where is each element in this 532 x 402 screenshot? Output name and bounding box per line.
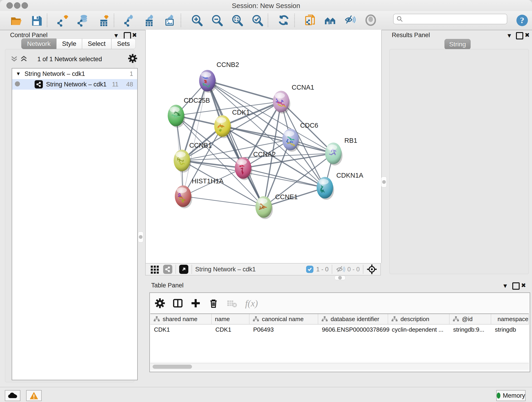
open-file-button[interactable] xyxy=(9,13,23,27)
column-header-canonical-name[interactable]: canonical name xyxy=(249,314,318,324)
node-HIST1H1A[interactable]: HIST1H1A xyxy=(175,177,224,208)
column-network-icon xyxy=(153,316,160,322)
results-panel-close-icon[interactable]: ✖ xyxy=(525,32,530,38)
zoom-selected-button[interactable] xyxy=(250,13,264,27)
table-cell[interactable]: stringdb:9... xyxy=(450,325,491,335)
table-cell[interactable]: 9606.ENSP00000378699 xyxy=(318,325,388,335)
show-all-panels-button[interactable] xyxy=(323,13,338,27)
update-network-button[interactable] xyxy=(277,13,291,27)
results-panel-menu-icon[interactable]: ▼ xyxy=(506,32,512,38)
birdseye-toggle-icon[interactable] xyxy=(367,264,377,274)
open-in-new-window-icon[interactable] xyxy=(179,265,188,274)
edge-CCNB2-CCNE1[interactable] xyxy=(207,81,264,207)
control-panel-close-icon[interactable]: ✖ xyxy=(132,32,137,38)
zoom-out-button[interactable] xyxy=(210,13,224,27)
node-CDKN1A[interactable]: CDKN1A xyxy=(317,172,363,200)
network-tree-child-row[interactable]: String Network – cdk1 11 48 xyxy=(12,79,137,89)
show-columns-icon[interactable] xyxy=(173,298,183,308)
toggle-birdseye-button[interactable] xyxy=(364,13,378,27)
node-table[interactable]: shared namenamecanonical namedatabase id… xyxy=(150,313,529,362)
toolbar-divider xyxy=(114,14,114,27)
export-image-button[interactable] xyxy=(163,13,177,27)
column-header-description[interactable]: description xyxy=(388,314,450,324)
results-panel-float-icon[interactable] xyxy=(516,32,523,39)
splitter-handle-dot[interactable] xyxy=(139,235,143,239)
cloud-status-button[interactable] xyxy=(5,390,20,401)
collection-count: 1 xyxy=(130,70,133,77)
zoom-in-icon xyxy=(191,14,203,27)
import-network-file-icon xyxy=(57,14,69,27)
left-splitter[interactable] xyxy=(138,30,144,384)
grid-view-icon[interactable] xyxy=(150,265,159,274)
table-hscrollbar[interactable] xyxy=(150,363,529,370)
zoom-selected-icon xyxy=(251,14,264,27)
export-network-button[interactable] xyxy=(123,13,137,27)
node-label-CDKN1A: CDKN1A xyxy=(336,172,363,179)
import-network-database-button[interactable] xyxy=(76,13,90,27)
tab-sets[interactable]: Sets xyxy=(111,38,136,49)
import-network-database-icon xyxy=(77,14,89,27)
column-header-database-identifier[interactable]: database identifier xyxy=(318,314,388,324)
node-label-CDC25B: CDC25B xyxy=(184,97,210,104)
table-cell[interactable]: cyclin-dependent ... xyxy=(388,325,450,335)
table-row[interactable]: CDK1CDK1P064939606.ENSP00000378699cyclin… xyxy=(150,325,529,335)
memory-button[interactable]: Memory xyxy=(496,390,526,401)
table-cell[interactable]: P06493 xyxy=(249,325,318,335)
selected-checkbox-icon[interactable] xyxy=(306,266,313,273)
export-table-icon xyxy=(144,14,156,27)
right-splitter[interactable] xyxy=(381,30,387,275)
table-panel-menu-icon[interactable]: ▼ xyxy=(502,283,508,289)
table-options-gear-icon[interactable] xyxy=(155,298,165,308)
import-table-file-button[interactable] xyxy=(96,13,110,27)
control-panel-menu-icon[interactable]: ▼ xyxy=(113,32,119,38)
zoom-fit-button[interactable] xyxy=(230,13,244,27)
node-CCNB1[interactable]: CCNB1 xyxy=(174,142,212,172)
edge-CCNB1-CCNA2[interactable] xyxy=(182,160,243,168)
import-network-file-button[interactable] xyxy=(56,13,70,27)
column-header-shared-name[interactable]: shared name xyxy=(150,314,212,324)
node-CCNA1[interactable]: CCNA1 xyxy=(273,84,314,114)
network-selection-status: 1 of 1 Network selected xyxy=(5,56,134,63)
column-header-namespace[interactable]: namespace xyxy=(491,314,529,324)
export-table-button[interactable] xyxy=(143,13,157,27)
tab-string[interactable]: String xyxy=(444,39,471,50)
help-button[interactable]: ? xyxy=(515,13,529,27)
edge-HIST1H1A-CCNE1[interactable] xyxy=(183,196,264,207)
network-canvas[interactable]: CCNB2CCNA1CDC25BCDK1CDC6RB1CCNB1CCNA2CDK… xyxy=(145,30,382,263)
search-input[interactable] xyxy=(403,15,500,23)
status-bar: Memory xyxy=(0,387,532,402)
network-tree-parent-row[interactable]: ▼ String Network – cdk1 1 xyxy=(12,69,137,79)
tab-style[interactable]: Style xyxy=(56,38,82,49)
add-column-icon[interactable] xyxy=(191,298,201,308)
splitter-handle-dot[interactable] xyxy=(338,276,342,280)
table-cell[interactable]: CDK1 xyxy=(212,325,249,335)
table-panel-close-icon[interactable]: ✖ xyxy=(521,282,526,288)
horizontal-splitter[interactable] xyxy=(145,275,532,280)
network-options-gear-icon[interactable] xyxy=(128,54,137,63)
node-CDC25B[interactable]: CDC25B xyxy=(168,97,210,128)
delete-column-icon[interactable] xyxy=(209,298,219,308)
node-CCNE1[interactable]: CCNE1 xyxy=(255,193,298,219)
hscrollbar-thumb[interactable] xyxy=(152,365,192,369)
network-collection-label: String Network – cdk1 xyxy=(25,70,85,77)
hide-panels-button[interactable] xyxy=(344,13,358,27)
splitter-handle-dot[interactable] xyxy=(382,180,386,184)
column-header--id[interactable]: @id xyxy=(450,314,491,324)
zoom-in-button[interactable] xyxy=(190,13,204,27)
table-panel-float-icon[interactable] xyxy=(512,282,520,290)
table-cell[interactable]: stringdb xyxy=(491,325,529,335)
column-network-icon xyxy=(391,316,398,322)
node-label-CCNA2: CCNA2 xyxy=(253,151,276,158)
search-field[interactable] xyxy=(393,14,507,24)
warnings-button[interactable] xyxy=(26,390,42,401)
tab-select[interactable]: Select xyxy=(82,38,111,49)
help-icon: ? xyxy=(516,14,529,27)
clone-network-button[interactable] xyxy=(303,13,317,27)
tree-expand-icon[interactable]: ▼ xyxy=(12,71,25,77)
tab-network[interactable]: Network xyxy=(21,38,56,49)
node-RB1[interactable]: RB1 xyxy=(325,137,357,166)
column-header-name[interactable]: name xyxy=(212,314,249,324)
network-share-view-icon[interactable] xyxy=(163,265,172,274)
table-cell[interactable]: CDK1 xyxy=(150,325,212,335)
save-session-button[interactable] xyxy=(29,13,44,27)
